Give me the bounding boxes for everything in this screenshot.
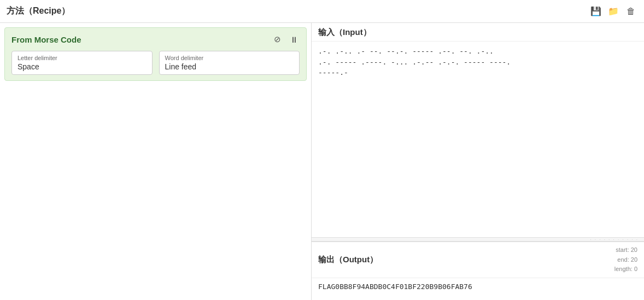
output-section: 输出（Output） start: 20 end: 20 length: 0 F…: [312, 242, 644, 300]
input-section-header: 输入（Input）: [312, 23, 644, 42]
input-area[interactable]: .-. .-.. .- --. --.-. ----- .--. --. .-.…: [312, 42, 644, 237]
recipe-card: From Morse Code ⊘ ⏸ Letter delimiter Spa…: [4, 27, 307, 81]
page-title: 方法（Recipe）: [7, 5, 589, 17]
left-panel: From Morse Code ⊘ ⏸ Letter delimiter Spa…: [0, 23, 312, 300]
disable-icon[interactable]: ⊘: [271, 33, 283, 45]
length-label: length: 0: [614, 266, 637, 272]
pause-icon[interactable]: ⏸: [288, 33, 300, 45]
trash-icon[interactable]: 🗑: [624, 5, 637, 18]
output-meta: start: 20 end: 20 length: 0: [614, 245, 637, 274]
word-delimiter-value: Line feed: [165, 62, 294, 71]
letter-delimiter-field[interactable]: Letter delimiter Space: [11, 51, 153, 75]
resize-divider[interactable]: · · · · · · · · · · ·: [312, 237, 644, 242]
output-header: 输出（Output） start: 20 end: 20 length: 0: [312, 242, 644, 278]
header: 方法（Recipe） 💾 📁 🗑: [0, 0, 644, 23]
folder-icon[interactable]: 📁: [607, 5, 620, 18]
right-panel: 输入（Input） .-. .-.. .- --. --.-. ----- .-…: [312, 23, 644, 300]
recipe-fields: Letter delimiter Space Word delimiter Li…: [11, 51, 300, 75]
recipe-card-title: From Morse Code: [11, 35, 271, 44]
recipe-card-header: From Morse Code ⊘ ⏸: [11, 33, 300, 45]
letter-delimiter-label: Letter delimiter: [17, 55, 147, 61]
output-title: 输出（Output）: [318, 255, 614, 265]
end-label: end: 20: [617, 256, 637, 263]
word-delimiter-label: Word delimiter: [165, 55, 294, 61]
main-content: From Morse Code ⊘ ⏸ Letter delimiter Spa…: [0, 23, 644, 300]
word-delimiter-field[interactable]: Word delimiter Line feed: [159, 51, 300, 75]
start-label: start: 20: [616, 246, 637, 253]
header-icons: 💾 📁 🗑: [589, 5, 637, 18]
save-icon[interactable]: 💾: [589, 5, 602, 18]
recipe-card-icons: ⊘ ⏸: [271, 33, 300, 45]
letter-delimiter-value: Space: [17, 62, 147, 71]
output-content: FLAG0BB8F94ABDB0C4F01BF220B9B06FAB76: [312, 278, 644, 300]
